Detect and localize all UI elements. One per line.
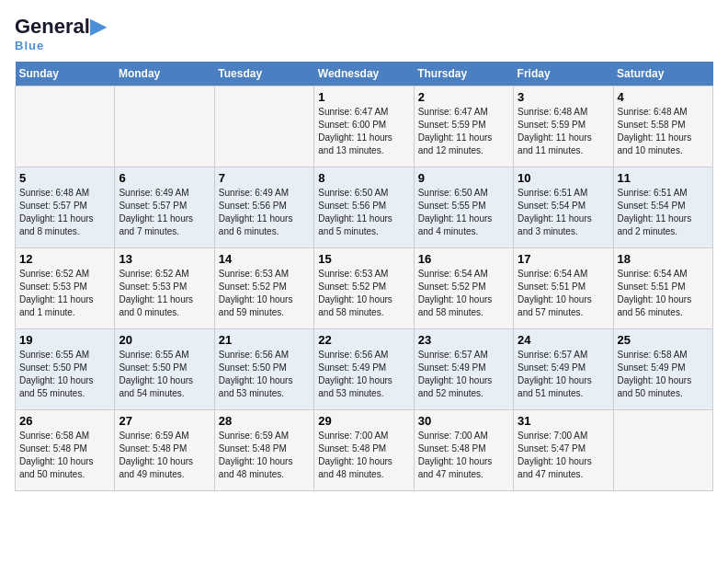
day-info: Sunrise: 6:57 AM Sunset: 5:49 PM Dayligh… [518,349,609,400]
day-info: Sunrise: 6:53 AM Sunset: 5:52 PM Dayligh… [219,268,310,319]
calendar-cell: 20Sunrise: 6:55 AM Sunset: 5:50 PM Dayli… [115,329,214,410]
calendar-cell: 2Sunrise: 6:47 AM Sunset: 5:59 PM Daylig… [414,86,513,167]
day-info: Sunrise: 6:54 AM Sunset: 5:51 PM Dayligh… [518,268,609,319]
calendar-table: SundayMondayTuesdayWednesdayThursdayFrid… [15,62,713,491]
weekday-header-tuesday: Tuesday [214,62,313,86]
day-info: Sunrise: 7:00 AM Sunset: 5:47 PM Dayligh… [518,430,609,481]
calendar-cell: 15Sunrise: 6:53 AM Sunset: 5:52 PM Dayli… [314,248,414,329]
calendar-cell: 5Sunrise: 6:48 AM Sunset: 5:57 PM Daylig… [16,167,115,248]
day-info: Sunrise: 6:52 AM Sunset: 5:53 PM Dayligh… [19,268,110,319]
day-info: Sunrise: 6:47 AM Sunset: 5:59 PM Dayligh… [418,106,509,157]
day-number: 13 [119,252,210,266]
logo-text: General▶ [15,15,106,39]
day-info: Sunrise: 6:55 AM Sunset: 5:50 PM Dayligh… [19,349,110,400]
calendar-cell: 29Sunrise: 7:00 AM Sunset: 5:48 PM Dayli… [314,410,414,491]
calendar-cell: 23Sunrise: 6:57 AM Sunset: 5:49 PM Dayli… [414,329,513,410]
calendar-cell [613,410,712,491]
day-number: 11 [618,171,709,185]
day-info: Sunrise: 6:48 AM Sunset: 5:57 PM Dayligh… [19,187,110,238]
calendar-cell: 30Sunrise: 7:00 AM Sunset: 5:48 PM Dayli… [414,410,513,491]
day-info: Sunrise: 6:49 AM Sunset: 5:57 PM Dayligh… [119,187,210,238]
calendar-cell: 8Sunrise: 6:50 AM Sunset: 5:56 PM Daylig… [314,167,414,248]
day-number: 8 [318,171,409,185]
calendar-cell: 18Sunrise: 6:54 AM Sunset: 5:51 PM Dayli… [613,248,712,329]
day-number: 26 [19,414,110,428]
calendar-cell: 21Sunrise: 6:56 AM Sunset: 5:50 PM Dayli… [214,329,313,410]
week-row-3: 12Sunrise: 6:52 AM Sunset: 5:53 PM Dayli… [16,248,713,329]
calendar-cell: 17Sunrise: 6:54 AM Sunset: 5:51 PM Dayli… [514,248,613,329]
calendar-cell [16,86,115,167]
day-info: Sunrise: 6:58 AM Sunset: 5:49 PM Dayligh… [618,349,709,400]
calendar-cell [115,86,214,167]
day-number: 20 [119,333,210,347]
logo: General▶ Blue [15,15,106,52]
weekday-header-thursday: Thursday [414,62,513,86]
week-row-5: 26Sunrise: 6:58 AM Sunset: 5:48 PM Dayli… [16,410,713,491]
day-info: Sunrise: 7:00 AM Sunset: 5:48 PM Dayligh… [318,430,409,481]
day-number: 19 [19,333,110,347]
day-number: 17 [518,252,609,266]
page-header: General▶ Blue [15,15,713,52]
day-info: Sunrise: 6:48 AM Sunset: 5:58 PM Dayligh… [618,106,709,157]
calendar-cell: 26Sunrise: 6:58 AM Sunset: 5:48 PM Dayli… [16,410,115,491]
calendar-cell: 31Sunrise: 7:00 AM Sunset: 5:47 PM Dayli… [514,410,613,491]
day-info: Sunrise: 6:54 AM Sunset: 5:52 PM Dayligh… [418,268,509,319]
day-number: 31 [518,414,609,428]
calendar-cell: 25Sunrise: 6:58 AM Sunset: 5:49 PM Dayli… [613,329,712,410]
day-number: 12 [19,252,110,266]
day-info: Sunrise: 6:50 AM Sunset: 5:55 PM Dayligh… [418,187,509,238]
day-info: Sunrise: 7:00 AM Sunset: 5:48 PM Dayligh… [418,430,509,481]
calendar-cell: 6Sunrise: 6:49 AM Sunset: 5:57 PM Daylig… [115,167,214,248]
day-number: 28 [219,414,310,428]
day-number: 22 [318,333,409,347]
day-number: 27 [119,414,210,428]
weekday-header-saturday: Saturday [613,62,712,86]
day-info: Sunrise: 6:56 AM Sunset: 5:50 PM Dayligh… [219,349,310,400]
day-number: 25 [618,333,709,347]
calendar-cell [214,86,313,167]
calendar-cell: 7Sunrise: 6:49 AM Sunset: 5:56 PM Daylig… [214,167,313,248]
day-number: 1 [318,90,409,104]
calendar-cell: 4Sunrise: 6:48 AM Sunset: 5:58 PM Daylig… [613,86,712,167]
calendar-cell: 11Sunrise: 6:51 AM Sunset: 5:54 PM Dayli… [613,167,712,248]
day-number: 9 [418,171,509,185]
day-info: Sunrise: 6:49 AM Sunset: 5:56 PM Dayligh… [219,187,310,238]
day-number: 23 [418,333,509,347]
day-number: 2 [418,90,509,104]
day-number: 21 [219,333,310,347]
calendar-cell: 10Sunrise: 6:51 AM Sunset: 5:54 PM Dayli… [514,167,613,248]
day-number: 10 [518,171,609,185]
week-row-4: 19Sunrise: 6:55 AM Sunset: 5:50 PM Dayli… [16,329,713,410]
weekday-header-friday: Friday [514,62,613,86]
weekday-header-sunday: Sunday [16,62,115,86]
day-info: Sunrise: 6:48 AM Sunset: 5:59 PM Dayligh… [518,106,609,157]
weekday-header-row: SundayMondayTuesdayWednesdayThursdayFrid… [16,62,713,86]
day-info: Sunrise: 6:51 AM Sunset: 5:54 PM Dayligh… [518,187,609,238]
day-number: 29 [318,414,409,428]
calendar-cell: 22Sunrise: 6:56 AM Sunset: 5:49 PM Dayli… [314,329,414,410]
calendar-cell: 9Sunrise: 6:50 AM Sunset: 5:55 PM Daylig… [414,167,513,248]
calendar-cell: 1Sunrise: 6:47 AM Sunset: 6:00 PM Daylig… [314,86,414,167]
day-number: 6 [119,171,210,185]
day-info: Sunrise: 6:47 AM Sunset: 6:00 PM Dayligh… [318,106,409,157]
day-info: Sunrise: 6:58 AM Sunset: 5:48 PM Dayligh… [19,430,110,481]
day-info: Sunrise: 6:51 AM Sunset: 5:54 PM Dayligh… [618,187,709,238]
day-number: 24 [518,333,609,347]
week-row-2: 5Sunrise: 6:48 AM Sunset: 5:57 PM Daylig… [16,167,713,248]
day-number: 14 [219,252,310,266]
day-info: Sunrise: 6:59 AM Sunset: 5:48 PM Dayligh… [119,430,210,481]
day-number: 18 [618,252,709,266]
day-number: 16 [418,252,509,266]
logo-subtitle: Blue [15,39,44,52]
calendar-cell: 27Sunrise: 6:59 AM Sunset: 5:48 PM Dayli… [115,410,214,491]
day-info: Sunrise: 6:59 AM Sunset: 5:48 PM Dayligh… [219,430,310,481]
day-info: Sunrise: 6:53 AM Sunset: 5:52 PM Dayligh… [318,268,409,319]
calendar-cell: 28Sunrise: 6:59 AM Sunset: 5:48 PM Dayli… [214,410,313,491]
logo-main: General▶ [15,15,106,39]
calendar-cell: 3Sunrise: 6:48 AM Sunset: 5:59 PM Daylig… [514,86,613,167]
day-info: Sunrise: 6:56 AM Sunset: 5:49 PM Dayligh… [318,349,409,400]
weekday-header-wednesday: Wednesday [314,62,414,86]
day-info: Sunrise: 6:50 AM Sunset: 5:56 PM Dayligh… [318,187,409,238]
day-number: 4 [618,90,709,104]
day-number: 3 [518,90,609,104]
